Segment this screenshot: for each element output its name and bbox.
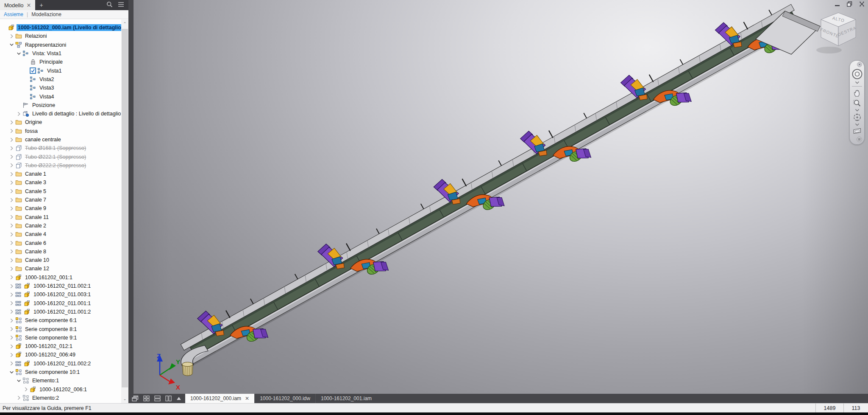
expand-arrow-icon[interactable] xyxy=(9,309,14,314)
tree-row[interactable]: Canale 3 xyxy=(0,178,121,187)
visibility-checkbox[interactable] xyxy=(30,67,36,74)
tree-row[interactable]: Canale 4 xyxy=(0,230,121,238)
orbit-icon[interactable] xyxy=(853,113,862,122)
expand-arrow-icon[interactable] xyxy=(9,197,14,203)
expand-tabbar-icon[interactable] xyxy=(176,396,181,401)
tree-row[interactable]: 1000-161202_001:1 xyxy=(0,273,121,282)
tree-row[interactable]: Canale 8 xyxy=(0,247,121,256)
tree-row[interactable]: Canale 9 xyxy=(0,204,121,213)
tree-row[interactable]: Vista: Vista1 xyxy=(0,49,121,58)
navigation-wheel-icon[interactable] xyxy=(851,68,863,80)
expand-arrow-icon[interactable] xyxy=(9,300,14,306)
tree-row[interactable]: Tubo Ø222:2 (Soppresso) xyxy=(0,161,121,170)
restore-icon[interactable] xyxy=(846,1,852,7)
navbar-menu-icon[interactable] xyxy=(857,137,862,142)
pan-hand-icon[interactable] xyxy=(853,89,862,98)
tree-row[interactable]: Serie componente 10:1 xyxy=(0,368,121,376)
tree-row[interactable]: Vista4 xyxy=(0,92,121,101)
close-doc-tab-icon[interactable]: ✕ xyxy=(245,395,249,401)
expand-arrow-icon[interactable] xyxy=(9,344,14,349)
zoom-window-icon[interactable] xyxy=(853,99,861,107)
tree-row[interactable]: Tubo Ø222:1 (Soppresso) xyxy=(0,152,121,161)
expand-arrow-icon[interactable] xyxy=(9,163,14,168)
expand-arrow-icon[interactable] xyxy=(9,154,14,160)
expand-arrow-icon[interactable] xyxy=(16,111,22,117)
expand-arrow-icon[interactable] xyxy=(9,258,14,263)
tree-row[interactable]: canale centrale xyxy=(0,135,121,144)
expand-arrow-icon[interactable] xyxy=(9,292,14,297)
tree-row[interactable]: Canale 6 xyxy=(0,238,121,247)
expand-arrow-icon[interactable] xyxy=(23,387,29,392)
tab-modello[interactable]: Modello ✕ xyxy=(0,0,35,10)
expand-arrow-icon[interactable] xyxy=(9,188,14,194)
expand-arrow-icon[interactable] xyxy=(9,318,14,323)
expand-arrow-icon[interactable] xyxy=(9,34,14,39)
expand-arrow-icon[interactable] xyxy=(9,120,14,125)
expand-arrow-icon[interactable] xyxy=(16,395,22,401)
close-icon[interactable] xyxy=(859,1,865,7)
tree-row[interactable]: 1000-161202_012:1 xyxy=(0,342,121,351)
horizontal-split-icon[interactable] xyxy=(154,395,161,401)
expand-arrow-icon[interactable] xyxy=(9,275,14,280)
tree-row[interactable]: fossa xyxy=(0,127,121,135)
vertical-split-icon[interactable] xyxy=(165,395,172,401)
hamburger-menu-icon[interactable] xyxy=(118,1,124,9)
tree-row[interactable]: 1000-161202_011.001:2 xyxy=(0,308,121,316)
expand-arrow-icon[interactable] xyxy=(9,146,14,151)
collapse-arrow-icon[interactable] xyxy=(9,370,14,375)
tree-row[interactable]: Tubo Ø168:1 (Soppresso) xyxy=(0,144,121,152)
minimize-icon[interactable] xyxy=(834,1,840,7)
tree-row[interactable]: Canale 7 xyxy=(0,196,121,204)
expand-arrow-icon[interactable] xyxy=(9,214,14,220)
tree-row[interactable]: Rappresentazioni xyxy=(0,41,121,49)
tree-row[interactable]: Vista3 xyxy=(0,84,121,92)
expand-arrow-icon[interactable] xyxy=(9,223,14,228)
tree-row[interactable]: Canale 11 xyxy=(0,213,121,222)
tree-row[interactable]: 1000-161202_006:1 xyxy=(0,385,121,393)
tree-row[interactable]: Posizione xyxy=(0,101,121,109)
expand-arrow-icon[interactable] xyxy=(9,180,14,185)
close-navbar-icon[interactable] xyxy=(857,62,862,67)
tile-windows-icon[interactable] xyxy=(143,395,150,401)
tree-row[interactable]: Canale 2 xyxy=(0,222,121,230)
expand-arrow-icon[interactable] xyxy=(9,128,14,134)
chevron-down-icon[interactable] xyxy=(855,109,860,112)
tree-row[interactable]: 1000-161202_006:49 xyxy=(0,351,121,359)
doc-tab[interactable]: 1000-161202_000.idw xyxy=(254,394,315,403)
scroll-down-icon[interactable]: ⌄ xyxy=(121,395,128,402)
expand-arrow-icon[interactable] xyxy=(9,266,14,272)
tree-scrollbar[interactable]: ⌃ ⌄ xyxy=(121,20,128,403)
panel-divider[interactable] xyxy=(128,0,134,403)
tree-row[interactable]: Principale xyxy=(0,58,121,66)
tree-row[interactable]: Relazioni xyxy=(0,32,121,40)
expand-arrow-icon[interactable] xyxy=(9,326,14,332)
chevron-down-icon[interactable] xyxy=(855,123,860,126)
viewport-3d[interactable]: Z Y X ALTO FRONTE xyxy=(134,0,868,394)
tree-row[interactable]: Elemento:1 xyxy=(0,376,121,385)
tree-row[interactable]: 1000-161202_011.003:1 xyxy=(0,290,121,299)
tree-row[interactable]: Serie componente 9:1 xyxy=(0,334,121,342)
subtab-assieme[interactable]: Assieme xyxy=(4,11,23,17)
add-browser-tab-button[interactable]: + xyxy=(35,0,47,10)
tree-row[interactable]: Origine xyxy=(0,118,121,126)
tree-row[interactable]: Canale 5 xyxy=(0,187,121,196)
tree-row[interactable]: 1000-161202_011.001:1 xyxy=(0,299,121,308)
viewcube[interactable]: ALTO FRONTE DESTRA xyxy=(815,9,862,56)
doc-tab[interactable]: 1000-161202_001.iam xyxy=(315,394,377,403)
expand-arrow-icon[interactable] xyxy=(9,283,14,289)
scrollbar-thumb[interactable] xyxy=(122,29,128,387)
tree-row[interactable]: 1000-161202_000.iam (Livello di dettagli… xyxy=(0,23,121,32)
expand-arrow-icon[interactable] xyxy=(9,232,14,237)
expand-arrow-icon[interactable] xyxy=(9,361,14,366)
tree-row[interactable]: Serie componente 8:1 xyxy=(0,325,121,333)
tree-row[interactable]: Livello di dettaglio : Livello di dettag… xyxy=(0,109,121,118)
close-tab-icon[interactable]: ✕ xyxy=(27,2,31,8)
collapse-arrow-icon[interactable] xyxy=(16,51,22,56)
tree-row[interactable]: Canale 10 xyxy=(0,256,121,264)
scroll-up-icon[interactable]: ⌃ xyxy=(121,20,128,27)
expand-arrow-icon[interactable] xyxy=(9,240,14,246)
look-at-icon[interactable] xyxy=(853,127,862,135)
subtab-modellazione[interactable]: Modellazione xyxy=(31,11,61,17)
collapse-arrow-icon[interactable] xyxy=(16,378,22,384)
tree-row[interactable]: Elemento:2 xyxy=(0,394,121,402)
